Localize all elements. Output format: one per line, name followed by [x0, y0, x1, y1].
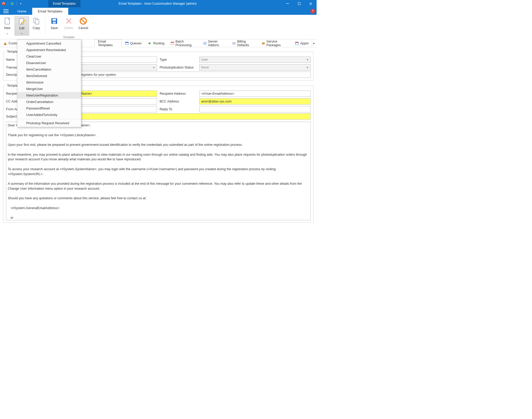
input-bcc-address[interactable]: [199, 98, 311, 105]
qat-customize-icon[interactable]: ▾: [19, 2, 23, 6]
edit-label: Edit: [19, 26, 25, 30]
nav-appointments[interactable]: Appoi: [292, 39, 312, 47]
menu-item[interactable]: MergeUser: [17, 86, 81, 92]
menu-item[interactable]: ClearUser: [17, 53, 81, 60]
tab-home[interactable]: Home: [12, 8, 32, 15]
svg-rect-1: [286, 3, 289, 4]
combo-photodup-status[interactable]: None▼: [199, 64, 311, 71]
tab-email-templates[interactable]: Email Templates: [32, 8, 68, 15]
svg-rect-4: [3, 11, 9, 11]
maximize-button[interactable]: [293, 0, 305, 7]
ribbon-tab-strip: Home Email Templates ?: [0, 7, 317, 15]
help-icon[interactable]: ?: [310, 9, 315, 13]
menu-item[interactable]: DisavowUser: [17, 60, 81, 66]
ribbon-group-label: Template: [63, 36, 75, 39]
input-description[interactable]: sed when a new user registers for your s…: [47, 72, 311, 78]
menu-item[interactable]: UserAddedToActivity: [17, 112, 81, 118]
nav-batch-processing[interactable]: Batch Processing: [168, 39, 200, 47]
chevron-down-icon: ▼: [153, 66, 155, 69]
label-photodup-status: Photoduplication Status: [160, 66, 197, 69]
nav-service-packages[interactable]: Service Packages: [258, 39, 292, 47]
label-reply-to: Reply To: [160, 107, 197, 111]
close-button[interactable]: [305, 0, 317, 7]
label-recipient-address: Recipient Address: [160, 92, 197, 95]
save-button[interactable]: Save: [47, 16, 62, 36]
svg-rect-16: [125, 42, 128, 43]
svg-rect-5: [3, 12, 9, 13]
label-type: Type: [160, 58, 197, 61]
nav-queues[interactable]: Queues: [122, 39, 145, 47]
new-label: New: [4, 26, 10, 30]
svg-rect-3: [3, 9, 9, 10]
copy-button[interactable]: Copy: [29, 16, 44, 36]
nav-routing[interactable]: Routing: [145, 39, 167, 47]
file-menu-button[interactable]: [0, 7, 12, 15]
svg-rect-18: [171, 42, 174, 43]
ribbon: New ▾ Edit ▾ Copy Save Delete: [0, 15, 317, 39]
edit-button[interactable]: Edit ▾: [15, 16, 29, 36]
minimize-button[interactable]: [282, 0, 293, 7]
svg-rect-12: [53, 22, 56, 24]
window-title: Email Templates - Aeon Customization Man…: [80, 2, 282, 5]
copy-label: Copy: [33, 26, 40, 30]
cancel-label: Cancel: [78, 26, 88, 30]
ribbon-group-template: [21, 36, 22, 39]
menu-item[interactable]: PasswordReset: [17, 105, 81, 112]
menu-item[interactable]: OrderCancellation: [17, 99, 81, 105]
cancel-button[interactable]: Cancel: [76, 16, 91, 36]
svg-rect-26: [295, 42, 298, 43]
nav-scroll-right[interactable]: ▸: [312, 39, 317, 47]
save-label: Save: [51, 26, 58, 30]
refresh-icon[interactable]: [10, 2, 14, 6]
menu-item[interactable]: Photodup Request Received: [17, 120, 81, 126]
nav-email-templates[interactable]: Email Templates: [94, 39, 121, 47]
input-subject[interactable]: [47, 113, 311, 120]
menu-item[interactable]: NewUserRegistration: [17, 92, 81, 99]
menu-item[interactable]: ItemInvoice: [17, 79, 81, 86]
svg-rect-11: [52, 19, 56, 21]
app-icon: [2, 2, 6, 6]
delete-button: Delete: [62, 16, 76, 36]
textarea-body[interactable]: Dear <#User.FirstOrPreferredName> <#User…: [6, 122, 311, 220]
menu-item[interactable]: Appointment Rescheduled: [17, 47, 81, 53]
combo-type[interactable]: User▼: [199, 57, 311, 63]
chevron-down-icon: ▼: [306, 66, 309, 69]
nav-billing-defaults[interactable]: $ Billing Defaults: [229, 39, 258, 47]
menu-item[interactable]: Appointment Cancelled: [17, 40, 81, 47]
menu-item[interactable]: ItemCancellation: [17, 66, 81, 73]
svg-rect-9: [35, 19, 39, 24]
svg-rect-24: [262, 43, 265, 43]
label-bcc-address: BCC Address: [160, 100, 197, 103]
svg-text:$: $: [234, 42, 235, 44]
delete-label: Delete: [64, 26, 73, 30]
menu-separator: [18, 119, 81, 119]
svg-rect-2: [298, 3, 300, 5]
menu-item[interactable]: ItemDelivered: [17, 73, 81, 79]
nav-server-addons[interactable]: Server Addons: [200, 39, 229, 47]
new-button[interactable]: New ▾: [0, 16, 15, 36]
svg-rect-14: [5, 44, 6, 45]
context-tab-label: Email Templates: [48, 0, 80, 7]
title-bar: ▾ Email Templates Email Templates - Aeon…: [0, 0, 317, 7]
chevron-down-icon: ▼: [306, 58, 309, 61]
input-recipient-address[interactable]: [199, 91, 311, 97]
svg-point-20: [204, 43, 205, 44]
input-reply-to[interactable]: [199, 106, 311, 112]
edit-dropdown-menu: Appointment CancelledAppointment Resched…: [17, 39, 81, 127]
